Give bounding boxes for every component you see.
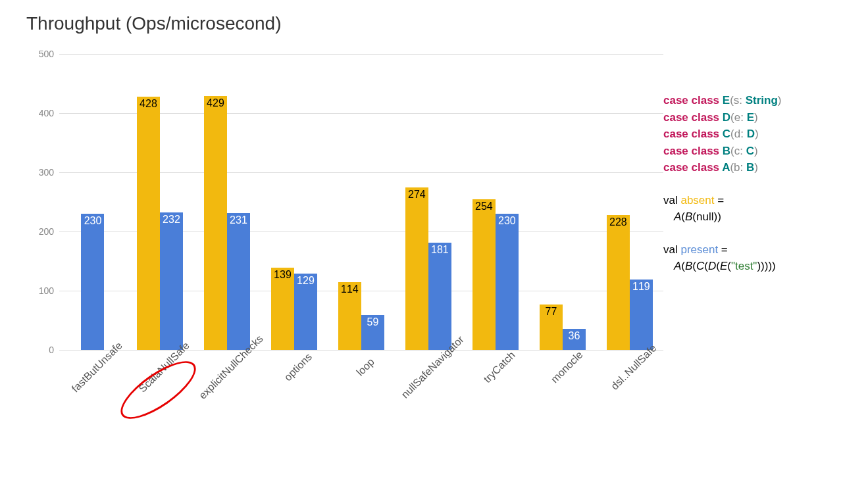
bar-value-label: 429 — [207, 97, 224, 109]
x-tick-label: monocle — [548, 349, 584, 385]
highlight-ellipse — [113, 351, 204, 429]
bar-present: 231 — [227, 213, 250, 350]
bar-value-label: 129 — [297, 275, 315, 287]
case-class-line: case class B(c: C) — [663, 143, 842, 160]
case-class-line: case class D(e: E) — [663, 109, 842, 126]
bar-absent: 77 — [540, 305, 563, 350]
x-label-slot: loop — [328, 350, 394, 429]
bar-group: 428232 — [127, 97, 193, 350]
bar-present: 230 — [81, 214, 104, 350]
bar-group: 228119 — [597, 215, 663, 350]
chart-title: Throughput (Ops/microsecond) — [26, 13, 663, 34]
bar-present: 129 — [294, 274, 317, 350]
y-tick: 300 — [39, 167, 54, 178]
x-tick-label: dsl..NullSafe — [609, 342, 659, 392]
x-label-slot: explicitNullChecks — [194, 350, 260, 429]
case-class-line: case class C(d: D) — [663, 126, 842, 143]
bar-group: 254230 — [463, 199, 528, 350]
x-label-slot: fastButUnsafe — [60, 350, 126, 429]
absent-def: val absent = A(B(null)) — [663, 192, 842, 226]
bar-present: 59 — [361, 315, 384, 350]
y-tick: 200 — [39, 226, 54, 237]
bar-absent: 254 — [472, 199, 496, 350]
x-label-slot: options — [261, 350, 327, 429]
case-class-defs: case class E(s: String)case class D(e: E… — [663, 92, 842, 176]
bar-absent: 139 — [271, 268, 294, 350]
bar-value-label: 428 — [140, 98, 157, 110]
bar-group: 7736 — [530, 305, 596, 350]
bar-present: 230 — [496, 214, 519, 350]
bar-absent: 114 — [338, 282, 361, 350]
bar-present: 119 — [630, 280, 653, 350]
x-tick-label: tryCatch — [482, 349, 518, 385]
bar-value-label: 36 — [568, 330, 580, 342]
y-tick: 100 — [39, 285, 54, 296]
present-expr: A(B(C(D(E("test"))))) — [663, 258, 842, 275]
bar-value-label: 228 — [609, 216, 627, 228]
x-axis-labels: fastButUnsafeScalaNullSafeexplicitNullCh… — [59, 350, 663, 429]
y-tick: 400 — [39, 108, 54, 118]
bar-value-label: 254 — [475, 201, 493, 212]
x-label-slot: monocle — [530, 350, 596, 429]
bar-absent: 429 — [204, 96, 227, 350]
x-label-slot: tryCatch — [463, 350, 528, 429]
case-class-line: case class E(s: String) — [663, 92, 842, 109]
present-def: val present = A(B(C(D(E("test"))))) — [663, 241, 842, 275]
bars-region: 2304282324292311391291145927418125423077… — [59, 54, 663, 350]
bar-value-label: 274 — [408, 189, 426, 201]
bar-group: 139129 — [261, 268, 327, 350]
x-tick-label: loop — [354, 356, 376, 378]
x-label-slot: ScalaNullSafe — [127, 350, 193, 429]
bar-group: 11459 — [328, 282, 394, 350]
bar-present: 36 — [563, 329, 586, 350]
bar-group: 274181 — [396, 187, 461, 350]
x-label-slot: nullSafeNavigator — [396, 350, 461, 429]
case-class-line: case class A(b: B) — [663, 159, 842, 176]
bar-absent: 274 — [405, 187, 428, 350]
bar-value-label: 230 — [498, 215, 516, 227]
bar-value-label: 59 — [367, 316, 379, 328]
chart: Throughput (Ops/microsecond) 01002003004… — [26, 13, 663, 429]
code-panel: case class E(s: String)case class D(e: E… — [663, 13, 842, 429]
bar-value-label: 230 — [84, 215, 102, 227]
bar-group: 429231 — [194, 96, 260, 350]
bar-value-label: 139 — [274, 269, 292, 281]
y-tick: 0 — [49, 345, 54, 355]
bar-absent: 428 — [137, 97, 160, 350]
bar-present: 181 — [428, 243, 451, 350]
y-axis: 0100200300400500 — [26, 54, 59, 350]
bar-group: 230 — [60, 214, 126, 350]
x-tick-label: options — [282, 351, 315, 383]
y-tick: 500 — [39, 49, 54, 59]
bar-value-label: 114 — [341, 283, 359, 295]
plot-area: 0100200300400500 23042823242923113912911… — [59, 54, 663, 350]
bar-value-label: 77 — [545, 306, 557, 318]
bar-value-label: 232 — [163, 214, 180, 226]
bar-value-label: 231 — [230, 214, 247, 226]
bar-absent: 228 — [607, 215, 630, 350]
bar-value-label: 181 — [431, 244, 449, 256]
x-label-slot: dsl..NullSafe — [597, 350, 663, 429]
bar-present: 232 — [160, 212, 183, 350]
bar-value-label: 119 — [632, 281, 650, 293]
